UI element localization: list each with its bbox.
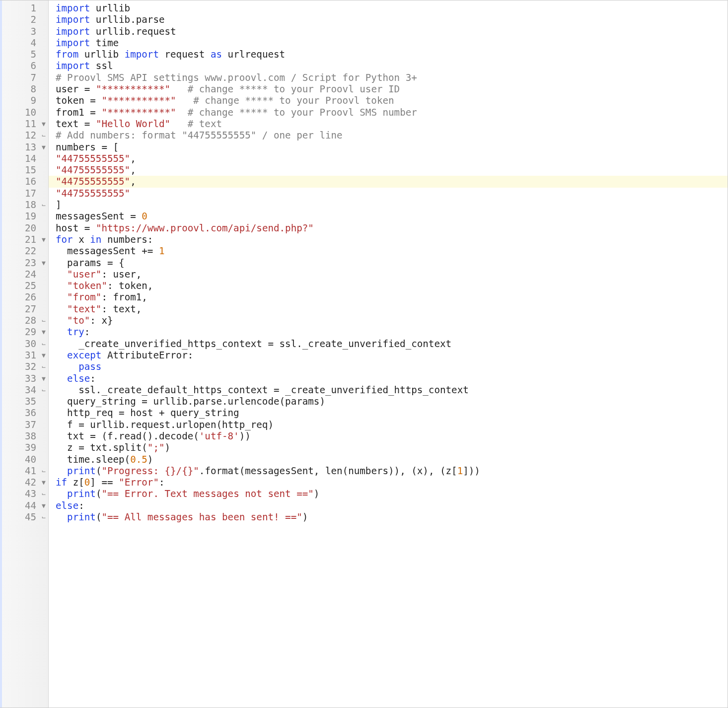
code-line[interactable]: else: bbox=[49, 500, 728, 511]
fold-toggle-icon[interactable]: ▼ bbox=[39, 257, 48, 269]
gutter-row[interactable]: 39 bbox=[0, 442, 48, 453]
gutter-row[interactable]: 5 bbox=[0, 49, 48, 60]
fold-toggle-icon[interactable]: ▼ bbox=[39, 350, 48, 361]
code-line[interactable]: import time bbox=[49, 37, 728, 49]
gutter-row[interactable]: 33▼ bbox=[0, 373, 48, 384]
code-line[interactable]: print("== All messages has been sent! ==… bbox=[49, 511, 728, 523]
code-line[interactable]: from urllib import request as urlrequest bbox=[49, 49, 728, 60]
gutter-row[interactable]: 7 bbox=[0, 72, 48, 83]
gutter-row[interactable]: 32⌙ bbox=[0, 361, 48, 372]
gutter-row[interactable]: 43⌙ bbox=[0, 488, 48, 499]
gutter-row[interactable]: 1 bbox=[0, 2, 48, 14]
code-line[interactable]: print("== Error. Text messages not sent … bbox=[49, 488, 728, 499]
gutter-row[interactable]: 42▼ bbox=[0, 477, 48, 488]
gutter-row[interactable]: 28⌙ bbox=[0, 315, 48, 326]
gutter-row[interactable]: 6 bbox=[0, 60, 48, 71]
code-line[interactable]: messagesSent += 1 bbox=[49, 245, 728, 257]
gutter-row[interactable]: 34⌙ bbox=[0, 384, 48, 396]
code-line[interactable]: try: bbox=[49, 326, 728, 338]
code-line[interactable]: http_req = host + query_string bbox=[49, 407, 728, 419]
code-line[interactable]: pass bbox=[49, 361, 728, 372]
code-line[interactable]: "44755555555", bbox=[49, 164, 728, 176]
gutter-row[interactable]: 15 bbox=[0, 164, 48, 176]
gutter-row[interactable]: 3 bbox=[0, 26, 48, 37]
gutter-row[interactable]: 23▼ bbox=[0, 257, 48, 269]
gutter-row[interactable]: 21▼ bbox=[0, 234, 48, 245]
gutter-row[interactable]: 16 bbox=[0, 176, 48, 187]
gutter-row[interactable]: 10 bbox=[0, 107, 48, 118]
gutter-row[interactable]: 27 bbox=[0, 303, 48, 315]
gutter-row[interactable]: 29▼ bbox=[0, 326, 48, 338]
code-line[interactable]: "to": x} bbox=[49, 315, 728, 326]
gutter-row[interactable]: 44▼ bbox=[0, 500, 48, 511]
code-line[interactable]: host = "https://www.proovl.com/api/send.… bbox=[49, 222, 728, 234]
code-line[interactable]: f = urllib.request.urlopen(http_req) bbox=[49, 419, 728, 430]
code-line[interactable]: "44755555555" bbox=[49, 188, 728, 199]
code-line[interactable]: _create_unverified_https_context = ssl._… bbox=[49, 338, 728, 350]
gutter-row[interactable]: 20 bbox=[0, 222, 48, 234]
code-line[interactable]: numbers = [ bbox=[49, 142, 728, 153]
fold-toggle-icon[interactable]: ▼ bbox=[39, 477, 48, 488]
gutter-row[interactable]: 12⌙ bbox=[0, 130, 48, 141]
code-line[interactable]: import urllib.request bbox=[49, 26, 728, 37]
code-editor[interactable]: 1234567891011▼12⌙13▼1415161718⌙192021▼22… bbox=[0, 0, 728, 708]
code-line[interactable]: # Proovl SMS API settings www.proovl.com… bbox=[49, 72, 728, 83]
gutter-row[interactable]: 22 bbox=[0, 245, 48, 257]
gutter-row[interactable]: 45⌙ bbox=[0, 511, 48, 523]
code-line[interactable]: else: bbox=[49, 373, 728, 384]
code-line[interactable]: if z[0] == "Error": bbox=[49, 477, 728, 488]
gutter-row[interactable]: 11▼ bbox=[0, 118, 48, 130]
fold-toggle-icon[interactable]: ▼ bbox=[39, 373, 48, 384]
gutter-row[interactable]: 19 bbox=[0, 211, 48, 222]
gutter-row[interactable]: 8 bbox=[0, 83, 48, 95]
code-line[interactable]: txt = (f.read().decode('utf-8')) bbox=[49, 430, 728, 442]
gutter-row[interactable]: 9 bbox=[0, 95, 48, 106]
code-line[interactable]: import urllib bbox=[49, 2, 728, 14]
gutter-row[interactable]: 37 bbox=[0, 419, 48, 430]
code-line[interactable]: z = txt.split(";") bbox=[49, 442, 728, 453]
code-line[interactable]: "from": from1, bbox=[49, 291, 728, 303]
code-line[interactable]: from1 = "***********" # change ***** to … bbox=[49, 107, 728, 118]
gutter-row[interactable]: 26 bbox=[0, 291, 48, 303]
gutter-row[interactable]: 38 bbox=[0, 430, 48, 442]
code-line[interactable]: "user": user, bbox=[49, 269, 728, 280]
code-line[interactable]: params = { bbox=[49, 257, 728, 269]
fold-toggle-icon[interactable]: ▼ bbox=[39, 118, 48, 130]
code-line[interactable]: for x in numbers: bbox=[49, 234, 728, 245]
gutter-row[interactable]: 41⌙ bbox=[0, 465, 48, 477]
code-line[interactable]: # Add numbers: format "44755555555" / on… bbox=[49, 130, 728, 141]
gutter-row[interactable]: 14 bbox=[0, 153, 48, 164]
code-line[interactable]: messagesSent = 0 bbox=[49, 211, 728, 222]
gutter-row[interactable]: 2 bbox=[0, 14, 48, 25]
line-number-gutter[interactable]: 1234567891011▼12⌙13▼1415161718⌙192021▼22… bbox=[0, 0, 49, 708]
gutter-row[interactable]: 35 bbox=[0, 396, 48, 407]
code-line[interactable]: user = "***********" # change ***** to y… bbox=[49, 83, 728, 95]
fold-toggle-icon[interactable]: ▼ bbox=[39, 326, 48, 338]
code-line[interactable]: ] bbox=[49, 199, 728, 211]
gutter-row[interactable]: 18⌙ bbox=[0, 199, 48, 211]
code-line[interactable]: time.sleep(0.5) bbox=[49, 454, 728, 465]
fold-toggle-icon[interactable]: ▼ bbox=[39, 234, 48, 245]
fold-toggle-icon[interactable]: ▼ bbox=[39, 142, 48, 153]
code-line[interactable]: except AttributeError: bbox=[49, 350, 728, 361]
gutter-row[interactable]: 36 bbox=[0, 407, 48, 419]
code-line[interactable]: import urllib.parse bbox=[49, 14, 728, 25]
code-line[interactable]: "44755555555", bbox=[49, 176, 728, 187]
gutter-row[interactable]: 17 bbox=[0, 188, 48, 199]
code-line[interactable]: token = "***********" # change ***** to … bbox=[49, 95, 728, 106]
gutter-row[interactable]: 4 bbox=[0, 37, 48, 49]
code-line[interactable]: query_string = urllib.parse.urlencode(pa… bbox=[49, 396, 728, 407]
code-line[interactable]: ssl._create_default_https_context = _cre… bbox=[49, 384, 728, 396]
code-line[interactable]: "token": token, bbox=[49, 280, 728, 291]
code-line[interactable]: text = "Hello World" # text bbox=[49, 118, 728, 130]
code-area[interactable]: import urllibimport urllib.parseimport u… bbox=[49, 0, 728, 708]
gutter-row[interactable]: 30⌙ bbox=[0, 338, 48, 350]
gutter-row[interactable]: 31▼ bbox=[0, 350, 48, 361]
code-line[interactable]: "44755555555", bbox=[49, 153, 728, 164]
gutter-row[interactable]: 24 bbox=[0, 269, 48, 280]
code-line[interactable]: "text": text, bbox=[49, 303, 728, 315]
gutter-row[interactable]: 13▼ bbox=[0, 142, 48, 153]
gutter-row[interactable]: 25 bbox=[0, 280, 48, 291]
code-line[interactable]: import ssl bbox=[49, 60, 728, 71]
fold-toggle-icon[interactable]: ▼ bbox=[39, 500, 48, 511]
